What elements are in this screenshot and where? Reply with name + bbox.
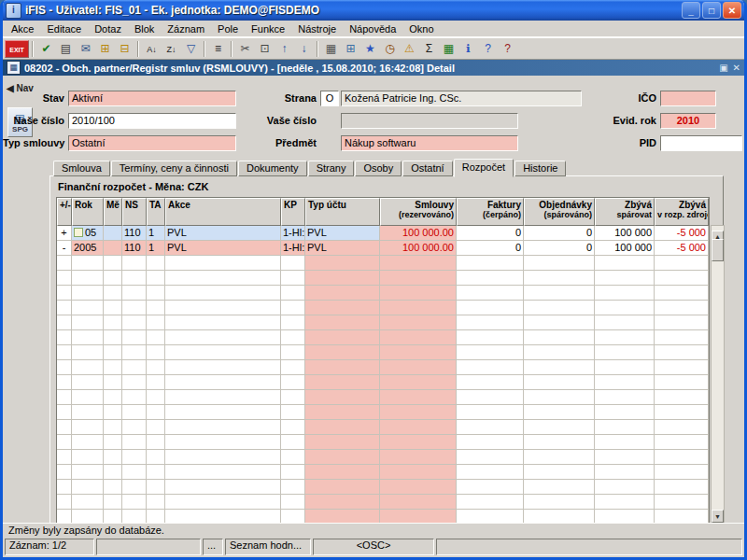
cell-pm[interactable]: + bbox=[57, 226, 72, 241]
cell-zbyva_sparovat[interactable]: 100 000 bbox=[595, 241, 655, 256]
strana-code-field[interactable]: O bbox=[320, 91, 339, 106]
toolbar-mail-button[interactable]: ✉ bbox=[76, 40, 95, 58]
menu-item-blok[interactable]: Blok bbox=[128, 22, 161, 35]
toolbar-print-button[interactable]: ▤ bbox=[56, 40, 76, 58]
tab-dokumenty[interactable]: Dokumenty bbox=[238, 161, 307, 176]
cell-pm[interactable]: - bbox=[57, 241, 72, 256]
cell-ta[interactable]: 1 bbox=[147, 241, 165, 256]
cell-me[interactable] bbox=[104, 241, 122, 256]
toolbar-grid-button[interactable]: ⊞ bbox=[341, 40, 360, 58]
cell-smlouvy[interactable]: 100 000.00 bbox=[380, 241, 457, 256]
cell-kp[interactable]: 1-Hl: bbox=[281, 226, 305, 241]
tab-osoby[interactable]: Osoby bbox=[355, 161, 402, 176]
cell-objednavky[interactable]: 0 bbox=[524, 241, 595, 256]
toolbar-list-button[interactable]: ≡ bbox=[208, 40, 228, 58]
cell-faktury[interactable]: 0 bbox=[457, 241, 524, 256]
toolbar-folder-open-button[interactable]: ⊞ bbox=[95, 40, 115, 58]
cell-ns[interactable]: 110 bbox=[122, 241, 147, 256]
minimize-button[interactable]: _ bbox=[682, 2, 700, 19]
menu-item-nastroje[interactable]: Nástroje bbox=[291, 22, 343, 35]
typ-smlouvy-field[interactable]: Ostatní bbox=[68, 135, 236, 151]
menu-item-napoveda[interactable]: Nápověda bbox=[343, 22, 402, 35]
cell-ns[interactable]: 110 bbox=[122, 226, 147, 241]
menu-item-zaznam[interactable]: Záznam bbox=[161, 22, 211, 35]
toolbar-cut-button[interactable]: ✂ bbox=[235, 40, 255, 58]
cell-kp bbox=[281, 390, 305, 405]
mdi-titlebar[interactable]: ▦ 08202 - Obch. partner/Registr smluv (R… bbox=[3, 60, 744, 76]
toolbar-star-button[interactable]: ★ bbox=[360, 40, 380, 58]
toolbar-filter-button[interactable]: ▽ bbox=[181, 40, 201, 58]
tab-ostatni[interactable]: Ostatní bbox=[402, 161, 452, 176]
cell-objednavky bbox=[524, 390, 595, 405]
cell-zbyva_zdroje[interactable]: -5 000 bbox=[655, 226, 709, 241]
cell-rok[interactable]: 05 bbox=[72, 226, 104, 241]
cell-me[interactable] bbox=[104, 226, 122, 241]
cell-zbyva_zdroje[interactable]: -5 000 bbox=[655, 241, 709, 256]
evid-rok-field[interactable]: 2010 bbox=[660, 113, 716, 129]
toolbar-exit-button[interactable]: EXIT bbox=[5, 40, 29, 58]
cell-typ[interactable]: PVL bbox=[305, 241, 380, 256]
menu-item-akce[interactable]: Akce bbox=[5, 22, 40, 35]
menu-item-pole[interactable]: Pole bbox=[211, 22, 245, 35]
stav-field[interactable]: Aktivní bbox=[68, 91, 236, 106]
cell-faktury[interactable]: 0 bbox=[457, 226, 524, 241]
toolbar-folder-docs-button[interactable]: ⊟ bbox=[115, 40, 134, 58]
menu-item-okno[interactable]: Okno bbox=[402, 22, 440, 35]
cell-akce bbox=[165, 480, 281, 495]
cell-smlouvy[interactable]: 100 000.00 bbox=[380, 226, 457, 241]
menu-item-funkce[interactable]: Funkce bbox=[245, 22, 291, 35]
cell-objednavky[interactable]: 0 bbox=[524, 226, 595, 241]
close-button[interactable]: ✕ bbox=[723, 2, 741, 19]
toolbar-calculator-button[interactable]: ▦ bbox=[321, 40, 341, 58]
cell-akce[interactable]: PVL bbox=[165, 241, 281, 256]
cell-zbyva_zdroje bbox=[655, 390, 709, 405]
maximize-button[interactable]: □ bbox=[702, 2, 721, 19]
cell-kp bbox=[281, 256, 305, 271]
cell-ta bbox=[147, 315, 165, 330]
tab-strany[interactable]: Strany bbox=[308, 161, 355, 176]
strana-name-field[interactable]: Kožená Patricie Ing. CSc. bbox=[341, 91, 582, 106]
cell-typ[interactable]: PVL bbox=[305, 226, 380, 241]
toolbar-help-button[interactable]: ? bbox=[478, 40, 498, 58]
tab-smlouva[interactable]: Smlouva bbox=[53, 161, 110, 176]
ico-field[interactable] bbox=[660, 91, 716, 106]
vertical-scrollbar[interactable]: ▲ ▼ bbox=[711, 225, 725, 523]
cell-ta[interactable]: 1 bbox=[147, 226, 165, 241]
accept-icon: ✔ bbox=[41, 42, 50, 55]
cell-ns bbox=[122, 435, 147, 450]
menu-item-dotaz[interactable]: Dotaz bbox=[88, 22, 128, 35]
toolbar-sort-asc-button[interactable]: A↓ bbox=[142, 40, 162, 58]
toolbar-clock-button[interactable]: ◷ bbox=[380, 40, 400, 58]
pid-field[interactable] bbox=[660, 135, 742, 151]
cell-kp[interactable]: 1-Hl: bbox=[281, 241, 305, 256]
scrollbar-down-button[interactable]: ▼ bbox=[712, 510, 724, 523]
predmet-field[interactable]: Nákup softwaru bbox=[341, 135, 518, 151]
toolbar-accept-button[interactable]: ✔ bbox=[36, 40, 56, 58]
toolbar-sort-desc-button[interactable]: Z↓ bbox=[162, 40, 181, 58]
toolbar-sum-button[interactable]: Σ bbox=[419, 40, 439, 58]
mdi-restore-icon[interactable]: ▣ bbox=[719, 61, 727, 75]
cell-rok[interactable]: 2005 bbox=[72, 241, 104, 256]
toolbar-excel-button[interactable]: ▦ bbox=[439, 40, 458, 58]
cell-zbyva_sparovat[interactable]: 100 000 bbox=[595, 226, 655, 241]
window-titlebar[interactable]: i iFIS - Uživatel: FIS_01 - Ek. jednotka… bbox=[3, 0, 744, 21]
toolbar-help2-button[interactable]: ? bbox=[498, 40, 517, 58]
cell-zbyva_sparovat bbox=[595, 271, 655, 286]
col-header-zbyva_sparovat: Zbýváspárovat bbox=[595, 198, 655, 226]
toolbar-next-record-button[interactable]: ↓ bbox=[294, 40, 314, 58]
vase-cislo-field[interactable] bbox=[341, 113, 518, 129]
sort-desc-icon: Z↓ bbox=[167, 45, 176, 54]
toolbar-warning-button[interactable]: ⚠ bbox=[400, 40, 419, 58]
tab-terminy-ceny-a-cinnosti[interactable]: Termíny, ceny a činnosti bbox=[111, 161, 237, 176]
tab-historie[interactable]: Historie bbox=[514, 161, 566, 176]
scrollbar-thumb[interactable] bbox=[712, 239, 724, 261]
mdi-close-icon[interactable]: ✕ bbox=[733, 61, 740, 75]
toolbar-copy-button[interactable]: ⊡ bbox=[255, 40, 275, 58]
cell-akce[interactable]: PVL bbox=[165, 226, 281, 241]
toolbar-prev-record-button[interactable]: ↑ bbox=[275, 40, 294, 58]
toolbar-info-button[interactable]: ℹ bbox=[458, 40, 478, 58]
tab-rozpocet[interactable]: Rozpočet bbox=[454, 159, 514, 177]
menu-item-editace[interactable]: Editace bbox=[40, 22, 88, 35]
nase-cislo-field[interactable]: 2010/100 bbox=[68, 113, 236, 129]
exit-icon: EXIT bbox=[9, 47, 24, 53]
